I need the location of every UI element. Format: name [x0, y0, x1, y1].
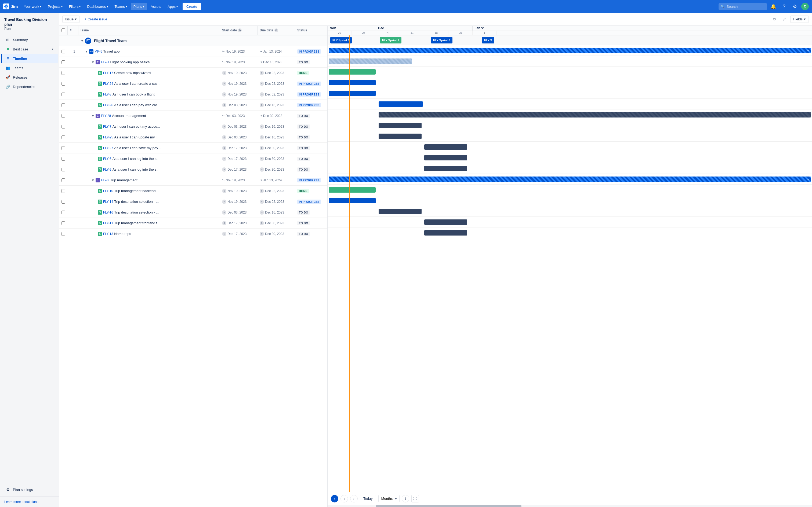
nav-assets[interactable]: Assets [148, 3, 164, 10]
zoom-select[interactable]: Months [378, 495, 400, 502]
nav-apps[interactable]: Apps▾ [165, 3, 181, 10]
timeline-scrollbar-thumb[interactable] [376, 505, 521, 507]
status-badge: TO DO [297, 114, 310, 118]
sidebar-item-releases[interactable]: 🚀 Releases [1, 73, 58, 82]
issue-key[interactable]: FLY-14 [103, 200, 113, 204]
gantt-bar-fly10[interactable] [329, 187, 376, 192]
fullscreen-button[interactable]: ⛶ [411, 495, 419, 502]
learn-more-link[interactable]: Learn more about plans [4, 500, 38, 504]
gantt-bar-fly13[interactable] [424, 230, 467, 235]
issue-key[interactable]: FLY-10 [103, 189, 113, 193]
row-checkbox[interactable] [61, 60, 65, 64]
issue-key[interactable]: MP-5 [95, 50, 102, 53]
gantt-bar-fly28[interactable] [378, 112, 811, 117]
row-checkbox[interactable] [61, 168, 65, 171]
info-button[interactable]: ℹ [402, 495, 409, 502]
expand-button[interactable]: ⤢ [780, 15, 788, 23]
row-checkbox[interactable] [61, 50, 65, 53]
sidebar-item-teams[interactable]: 👥 Teams [1, 63, 58, 72]
sidebar-item-best-case[interactable]: ■ Best case ▾ [1, 45, 58, 54]
row-checkbox[interactable] [61, 125, 65, 128]
issue-key[interactable]: FLY-25 [103, 135, 113, 139]
issue-key[interactable]: FLY-6 [103, 157, 111, 161]
row-checkbox[interactable] [61, 93, 65, 96]
gantt-bar-mp5[interactable]: → [329, 48, 811, 53]
issue-key[interactable]: FLY-13 [103, 232, 113, 236]
gantt-bar-fly7[interactable] [378, 123, 421, 128]
issue-key[interactable]: FLY-7 [103, 125, 111, 128]
gantt-bar-fly1[interactable] [329, 58, 412, 64]
row-checkbox[interactable] [61, 157, 65, 161]
sidebar-item-timeline[interactable]: ≡ Timeline [1, 54, 58, 63]
scroll-right-2-button[interactable]: › [350, 495, 358, 502]
gantt-bar-fly14[interactable] [329, 198, 376, 203]
create-issue-button[interactable]: + Create issue [82, 16, 110, 22]
create-button[interactable]: Create [183, 3, 201, 10]
issue-key[interactable]: FLY-8 [103, 93, 111, 96]
nav-teams[interactable]: Teams▾ [112, 3, 130, 10]
issue-key[interactable]: FLY-16 [103, 211, 113, 214]
row-checkbox[interactable] [61, 221, 65, 225]
row-checkbox[interactable] [61, 103, 65, 107]
issue-key[interactable]: FLY-17 [103, 71, 113, 75]
user-avatar[interactable]: C [801, 3, 809, 10]
row-checkbox[interactable] [61, 189, 65, 193]
jira-logo[interactable]: Jira [3, 3, 18, 9]
today-button[interactable]: Today [360, 495, 376, 502]
gantt-bar-fly25[interactable] [378, 133, 421, 139]
issue-key[interactable]: FLY-27 [103, 146, 113, 150]
issue-key[interactable]: FLY-2 [101, 178, 109, 182]
fields-button[interactable]: Fields ▾ [790, 15, 809, 23]
issue-key[interactable]: FLY-1 [101, 60, 109, 64]
sidebar-item-plan-settings[interactable]: ⚙ Plan settings [1, 485, 58, 494]
issue-key[interactable]: FLY-11 [103, 221, 113, 225]
gantt-bar-fly24[interactable] [329, 80, 376, 85]
issue-dropdown-button[interactable]: Issue ▾ [62, 15, 80, 23]
gantt-bar-fly26[interactable] [378, 101, 423, 107]
gantt-bar-fly6[interactable] [424, 155, 467, 160]
row-checkbox[interactable] [61, 146, 65, 150]
nav-plans[interactable]: Plans▾ [131, 3, 147, 10]
gantt-bar-fly11[interactable] [424, 219, 467, 225]
help-button[interactable]: ? [780, 2, 789, 11]
gantt-bar-fly9[interactable] [424, 166, 467, 171]
row-checkbox[interactable] [61, 71, 65, 75]
scroll-left-button[interactable]: ‹ [341, 495, 348, 502]
sidebar-item-dependencies[interactable]: 🔗 Dependencies [1, 82, 58, 91]
row-checkbox[interactable] [61, 200, 65, 204]
row-checkbox[interactable] [61, 114, 65, 118]
expand-icon[interactable]: ▼ [91, 60, 95, 64]
timeline-scrollbar[interactable] [327, 505, 812, 507]
issue-key[interactable]: FLY-26 [103, 103, 113, 107]
issue-key[interactable]: FLY-9 [103, 168, 111, 171]
group-title-cell[interactable]: ▼ FT Flight Travel Team [79, 36, 220, 46]
issue-key[interactable]: FLY-24 [103, 82, 113, 86]
select-all-checkbox[interactable] [61, 29, 65, 32]
history-button[interactable]: ↺ [770, 15, 778, 23]
search-input[interactable] [719, 3, 767, 10]
nav-filters[interactable]: Filters▾ [66, 3, 83, 10]
settings-button[interactable]: ⚙ [791, 2, 799, 11]
nav-projects[interactable]: Projects▾ [45, 3, 65, 10]
nav-your-work[interactable]: Your work▾ [21, 3, 44, 10]
row-checkbox[interactable] [61, 211, 65, 214]
group-expand-button[interactable]: ▼ [81, 39, 84, 43]
notifications-button[interactable]: 🔔 [769, 2, 778, 11]
row-checkbox[interactable] [61, 82, 65, 86]
gantt-bar-fly8[interactable] [329, 91, 376, 96]
expand-icon[interactable]: ▼ [85, 50, 88, 53]
gantt-bar-fly2[interactable]: → [329, 176, 811, 182]
row-checkbox[interactable] [61, 135, 65, 139]
row-checkbox[interactable] [61, 178, 65, 182]
expand-icon[interactable]: ▼ [91, 178, 95, 182]
expand-icon[interactable]: ▼ [91, 114, 95, 118]
scroll-right-button[interactable]: › [331, 495, 338, 502]
row-checkbox[interactable] [61, 232, 65, 236]
gantt-bar-fly17[interactable] [329, 69, 376, 74]
nav-dashboards[interactable]: Dashboards▾ [84, 3, 111, 10]
gantt-bar-fly16[interactable] [378, 209, 421, 214]
gantt-bar-fly27[interactable] [424, 144, 467, 150]
sidebar-item-summary[interactable]: ⊞ Summary [1, 35, 58, 44]
issue-key[interactable]: FLY-28 [101, 114, 111, 118]
issue-type-icon: S [98, 71, 102, 75]
